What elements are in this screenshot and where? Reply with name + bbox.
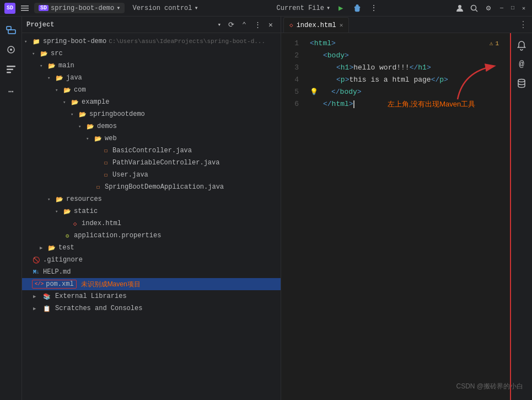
tree-arrow-static: ▾ (55, 209, 63, 215)
html-file-icon: ◇ (71, 219, 79, 228)
hamburger-menu[interactable] (19, 2, 31, 14)
tree-item-resources[interactable]: ▾ 📂 resources (22, 193, 281, 205)
tree-item-static[interactable]: ▾ 📂 static (22, 205, 281, 217)
code-line-1: <html> (310, 38, 503, 50)
java-folder-icon: 📂 (55, 73, 64, 82)
titlebar-center: Current File ▾ ▶ ⋮ (206, 2, 450, 14)
sd-badge: SD (39, 5, 49, 11)
tree-arrow-scratches: ▶ (33, 306, 41, 312)
tree-label-root: spring-boot-demo (43, 38, 106, 45)
pom-annotation-text: 未识别成Maven项目 (81, 280, 141, 289)
code-line-5: 💡 </body> (310, 86, 503, 98)
tree-label-main: main (58, 62, 74, 70)
tree-item-scratches[interactable]: ▶ 📋 Scratches and Consoles (22, 302, 281, 314)
minimize-button[interactable]: — (498, 4, 506, 12)
run-more-button[interactable]: ⋮ (368, 2, 380, 14)
right-sidebar: @ (510, 33, 532, 400)
tree-item-user-java[interactable]: ◻ User.java (22, 169, 281, 181)
tree-label-test: test (58, 244, 74, 252)
tree-item-external-libraries[interactable]: ▶ 📚 External Libraries (22, 290, 281, 302)
sidebar-item-bookmarks[interactable] (2, 41, 20, 58)
svg-point-3 (458, 5, 461, 8)
code-line-3: <h1>hello word!!!</h1> (310, 62, 503, 74)
debug-button[interactable] (351, 2, 363, 14)
tree-label-index-html: index.html (82, 220, 121, 227)
profile-button[interactable] (454, 2, 466, 14)
project-dropdown[interactable]: SD spring-boot-demo ▾ (34, 3, 125, 13)
tree-item-com[interactable]: ▾ 📂 com (22, 84, 281, 96)
html-close-tag-line: </html> (323, 98, 354, 110)
sidebar-item-structure[interactable] (2, 61, 20, 78)
tree-item-app-properties[interactable]: ⚙ application.properties (22, 230, 281, 242)
tree-label-java-dir: java (66, 74, 82, 82)
java-file-icon: ◻ (101, 146, 110, 155)
tree-item-path-variable-controller[interactable]: ◻ PathVariableController.java (22, 157, 281, 169)
mentions-button[interactable]: @ (513, 56, 530, 73)
project-sync-btn[interactable]: ⟳ (225, 19, 237, 30)
editor-more-btn[interactable]: ⋮ (519, 19, 528, 30)
tab-close-btn[interactable]: ✕ (340, 22, 343, 29)
database-button[interactable] (513, 75, 530, 92)
lightbulb-icon[interactable]: 💡 (310, 86, 318, 98)
tree-label-static: static (74, 207, 98, 215)
tree-item-springboot-app[interactable]: ◻ SpringBootDemoApplication.java (22, 181, 281, 193)
code-line-2: <body> (310, 50, 503, 62)
tree-arrow-test: ▶ (40, 245, 47, 251)
current-file-dropdown[interactable]: Current File ▾ (277, 4, 331, 12)
run-button[interactable]: ▶ (335, 2, 347, 14)
project-dropdown-btn[interactable]: ▾ (217, 21, 221, 28)
project-panel-title: Project (26, 21, 215, 29)
sidebar-item-project[interactable] (2, 21, 20, 39)
tree-label-user-java: User.java (112, 171, 148, 179)
md-icon: M↓ (32, 268, 41, 276)
tree-item-root[interactable]: ▾ 📁 spring-boot-demo C:\Users\asus\IdeaP… (22, 35, 281, 47)
code-editor[interactable]: ⚠ 1 <html> <body> <h1>hello word!!!</h1> (303, 33, 510, 400)
project-tree: ▾ 📁 spring-boot-demo C:\Users\asus\IdeaP… (22, 33, 281, 400)
tree-item-springbootdemo[interactable]: ▾ 📂 springbootdemo (22, 108, 281, 120)
project-collapse-btn[interactable]: ⌃ (239, 19, 250, 30)
external-libraries-icon: 📚 (43, 293, 51, 300)
tree-item-help-md[interactable]: M↓ HELP.md (22, 266, 281, 278)
vcs-menu[interactable]: Version control ▾ (128, 3, 202, 13)
svg-rect-7 (8, 30, 15, 34)
tree-item-test[interactable]: ▶ 📂 test (22, 242, 281, 254)
tree-label-src: src (51, 50, 63, 57)
tree-arrow-src: ▾ (32, 51, 40, 57)
app-logo: SD (4, 3, 15, 14)
body-close-tag: </body> (331, 86, 362, 98)
project-close-btn[interactable]: ✕ (265, 19, 276, 30)
watermark: CSDN @搬砖界的小白 (456, 382, 523, 391)
svg-point-4 (471, 5, 476, 10)
code-line-6: </html> 左上角,没有出现Maven工具 (310, 98, 503, 110)
html-close-tag: > (331, 38, 336, 50)
resources-folder-icon: 📂 (55, 195, 64, 204)
web-folder-icon: 📂 (94, 134, 103, 143)
search-button[interactable] (468, 2, 480, 14)
close-button[interactable]: ✕ (520, 4, 528, 12)
notifications-button[interactable] (513, 38, 530, 54)
project-more-btn[interactable]: ⋮ (252, 19, 263, 30)
tree-item-web[interactable]: ▾ 📂 web (22, 132, 281, 145)
body-open-tag: <body> (323, 50, 349, 62)
tree-item-main[interactable]: ▾ 📂 main (22, 60, 281, 72)
tree-label-example: example (82, 98, 109, 106)
maximize-button[interactable]: □ (509, 4, 517, 12)
left-icon-bar: ⋯ (0, 17, 22, 400)
tree-item-gitignore[interactable]: 🚫 .gitignore (22, 254, 281, 266)
tab-index-html[interactable]: ◇ index.html ✕ (283, 17, 349, 33)
tree-label-scratches: Scratches and Consoles (55, 305, 142, 312)
tree-label-basic-controller: BasicController.java (112, 147, 192, 154)
tree-item-demos[interactable]: ▾ 📂 demos (22, 120, 281, 132)
java-file2-icon: ◻ (101, 158, 110, 167)
svg-point-9 (10, 49, 12, 51)
tree-item-basic-controller[interactable]: ◻ BasicController.java (22, 145, 281, 157)
tree-item-pom-xml[interactable]: </> pom.xml 未识别成Maven项目 (22, 278, 281, 290)
tree-item-example[interactable]: ▾ 📂 example (22, 96, 281, 108)
tree-label-help-md: HELP.md (43, 268, 71, 276)
settings-button[interactable]: ⚙ (482, 2, 495, 14)
sidebar-item-more[interactable]: ⋯ (2, 83, 20, 100)
tree-item-java-dir[interactable]: ▾ 📂 java (22, 72, 281, 84)
tree-item-src[interactable]: ▾ 📂 src (22, 47, 281, 60)
tree-item-index-html[interactable]: ◇ index.html (22, 217, 281, 230)
com-folder-icon: 📂 (63, 86, 72, 94)
